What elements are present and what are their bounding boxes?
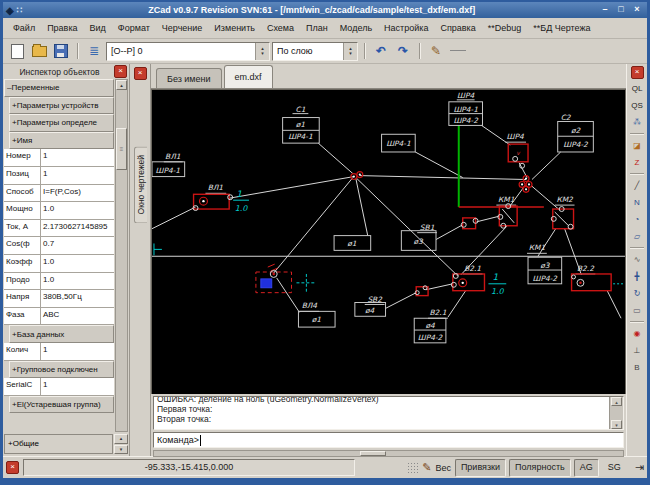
object-tree-button[interactable]: ⁂ xyxy=(628,114,646,130)
inspector-row[interactable]: СпособI=F(P,Cos) xyxy=(4,185,114,203)
prop-value[interactable]: 1 xyxy=(41,378,114,395)
inspector-row[interactable]: Напря380В,50Гц xyxy=(4,290,114,308)
prop-value[interactable]: I=F(P,Cos) xyxy=(41,185,114,202)
tab-untitled[interactable]: Без имени xyxy=(156,68,222,88)
prop-value[interactable]: 2.1730627145895 xyxy=(41,220,114,237)
menu-item[interactable]: Вид xyxy=(84,20,112,36)
dock-close-button[interactable]: × xyxy=(134,67,147,80)
menu-item[interactable]: Справка xyxy=(434,20,481,36)
menu-item[interactable]: Файл xyxy=(7,20,41,36)
rectangle-tool-button[interactable]: ▭ xyxy=(628,302,646,318)
menu-item[interactable]: **БД Чертежа xyxy=(527,20,596,36)
menu-item[interactable]: План xyxy=(300,20,334,36)
grid-toggle-icon[interactable] xyxy=(407,462,418,473)
polar-button[interactable]: Полярность xyxy=(509,459,571,477)
pen-style-button[interactable]: ✎ xyxy=(426,41,446,61)
inspector-section-row[interactable]: +Параметры устройств xyxy=(9,97,114,115)
menu-item[interactable]: Настройка xyxy=(378,20,434,36)
menu-item[interactable]: Правка xyxy=(41,20,83,36)
inspector-section-row[interactable]: +Групповое подключен xyxy=(9,361,114,379)
inspector-row[interactable]: ФазаАВС xyxy=(4,308,114,326)
minimize-button[interactable]: – xyxy=(598,4,612,16)
color-combo[interactable]: По слою ▴▾ xyxy=(272,42,358,61)
rotate-tool-button[interactable]: ↻ xyxy=(628,285,646,301)
color-combo-spinner[interactable]: ▴▾ xyxy=(343,43,357,60)
drawings-window-tab[interactable]: Окно чертежей xyxy=(134,146,147,223)
inspector-row[interactable]: Ток, А2.1730627145895 xyxy=(4,220,114,238)
menu-item[interactable]: Формат xyxy=(112,20,156,36)
new-file-button[interactable] xyxy=(7,41,27,61)
scroll-up-icon[interactable]: ▴ xyxy=(611,397,622,406)
inspector-section-row[interactable]: –Переменные xyxy=(4,79,114,97)
scrollbar-thumb[interactable]: ≡ xyxy=(116,128,127,170)
z-order-button[interactable]: Z xyxy=(628,154,646,170)
prop-value[interactable]: 380В,50Гц xyxy=(41,290,114,307)
prop-value[interactable]: 1.0 xyxy=(41,255,114,272)
scroll-down-icon[interactable]: ▾ xyxy=(611,420,622,429)
inspector-row[interactable]: Cos(ф0.7 xyxy=(4,237,114,255)
save-file-button[interactable] xyxy=(51,41,71,61)
inspector-row[interactable]: Позиц1 xyxy=(4,167,114,185)
datum-tool-button[interactable]: ⊥ xyxy=(628,342,646,358)
drawing-canvas[interactable]: С1ШР4С2ВЛ1ВЛ1ШР4КМ1КМ2SB1КМ1SB2В2.1ВЛ4В2… xyxy=(151,89,626,394)
inspector-row[interactable]: SerialC1 xyxy=(4,378,114,396)
inspector-section-row[interactable]: +База данных xyxy=(9,325,114,343)
qs-button[interactable]: QS xyxy=(628,97,646,113)
statusbar-close-button[interactable]: × xyxy=(6,461,19,474)
inspector-common-row[interactable]: +Общие xyxy=(4,434,113,454)
menu-item[interactable]: Схема xyxy=(261,20,300,36)
inspector-row[interactable]: Продо1.0 xyxy=(4,273,114,291)
open-file-button[interactable] xyxy=(29,41,49,61)
corner-tool-button[interactable]: В xyxy=(628,359,646,375)
layer-combo-spinner[interactable]: ▴▾ xyxy=(255,43,269,60)
console-scrollbar[interactable]: ▴ ▾ xyxy=(609,397,623,429)
undo-button[interactable]: ↶ xyxy=(371,41,391,61)
shapes-tool-button[interactable]: ▱ xyxy=(628,228,646,244)
brush-tool-button[interactable]: ◪ xyxy=(628,137,646,153)
inspector-scrollbar[interactable]: ▴ ≡ xyxy=(115,79,128,432)
snaps-button[interactable]: Привязки xyxy=(455,459,506,477)
inspector-close-button[interactable]: × xyxy=(114,65,127,78)
prop-value[interactable]: 1 xyxy=(41,167,114,184)
command-input[interactable]: Команда> xyxy=(153,432,624,448)
move-tool-button[interactable]: ╋ xyxy=(628,268,646,284)
redo-button[interactable]: ↷ xyxy=(393,41,413,61)
inspector-row[interactable]: Колич1 xyxy=(4,343,114,361)
tab-em-dxf[interactable]: em.dxf xyxy=(224,65,273,88)
prop-value[interactable]: 0.7 xyxy=(41,237,114,254)
hscrollbar-thumb[interactable] xyxy=(360,451,386,456)
polyline-tool-button[interactable]: N xyxy=(628,194,646,210)
menu-item[interactable]: Черчение xyxy=(156,20,209,36)
ag-button[interactable]: AG xyxy=(574,459,599,477)
inspector-section-row[interactable]: +Параметры определе xyxy=(9,114,114,132)
layers-button[interactable]: ≣ xyxy=(84,41,104,61)
prop-value[interactable]: АВС xyxy=(41,308,114,325)
menu-item[interactable]: **Debug xyxy=(482,20,528,36)
console-hscrollbar[interactable] xyxy=(153,450,624,457)
close-button[interactable]: × xyxy=(630,4,644,16)
maximize-button[interactable]: □ xyxy=(614,4,628,16)
prop-value[interactable]: 1 xyxy=(41,343,114,360)
prop-value[interactable]: 1 xyxy=(41,149,114,166)
menu-item[interactable]: Изменить xyxy=(208,20,261,36)
lineweight-pen-icon[interactable]: ✎ xyxy=(422,461,431,474)
tab-jump-icon[interactable]: ⇥ xyxy=(635,461,644,474)
menu-item[interactable]: Модель xyxy=(334,20,378,36)
close-right-panel-button[interactable]: × xyxy=(631,66,644,79)
inspector-section-row[interactable]: +Имя xyxy=(9,132,114,150)
linetype-button[interactable] xyxy=(448,41,468,61)
inspector-section-row[interactable]: +El(Устаревшая группа) xyxy=(9,396,114,414)
prop-value[interactable]: 1.0 xyxy=(41,273,114,290)
page-down-button[interactable]: ▾ xyxy=(114,445,128,455)
line-tool-button[interactable]: ╱ xyxy=(628,177,646,193)
ql-button[interactable]: QL xyxy=(628,80,646,96)
inspector-row[interactable]: Коэфф1.0 xyxy=(4,255,114,273)
prop-value[interactable]: 1.0 xyxy=(41,202,114,219)
circle-tool-button[interactable]: ◔ xyxy=(628,211,646,227)
inspector-row[interactable]: Мощно1.0 xyxy=(4,202,114,220)
sg-button[interactable]: SG xyxy=(602,459,627,477)
scroll-up-icon[interactable]: ▴ xyxy=(116,80,127,90)
donut-tool-button[interactable]: ◉ xyxy=(628,325,646,341)
layer-combo[interactable]: [О--Р] 0 ▴▾ xyxy=(106,42,270,61)
inspector-row[interactable]: Номер1 xyxy=(4,149,114,167)
